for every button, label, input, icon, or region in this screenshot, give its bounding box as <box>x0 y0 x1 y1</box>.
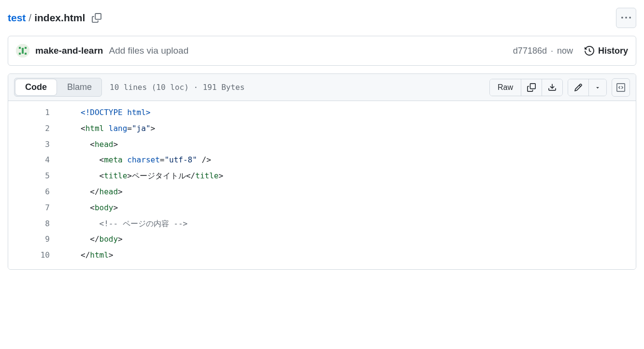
history-icon <box>585 46 594 56</box>
line-number[interactable]: 5 <box>8 168 61 184</box>
file-header-right: Raw <box>489 78 630 97</box>
code-line: 3 <head> <box>8 137 636 153</box>
line-number[interactable]: 6 <box>8 184 61 200</box>
code-line: 5 <title>ページタイトル</title> <box>8 168 636 184</box>
more-options-button[interactable] <box>616 8 636 28</box>
edit-button[interactable] <box>568 79 589 96</box>
pencil-icon <box>574 83 583 92</box>
line-content[interactable]: <title>ページタイトル</title> <box>61 168 223 184</box>
line-number[interactable]: 10 <box>8 247 61 263</box>
commit-author[interactable]: make-and-learn <box>35 45 103 56</box>
raw-button[interactable]: Raw <box>490 79 521 96</box>
svg-rect-2 <box>25 47 27 49</box>
file-header-left: Code Blame 10 lines (10 loc) · 191 Bytes <box>14 78 244 97</box>
svg-rect-3 <box>22 48 24 54</box>
commit-right: d77186d · now History <box>513 46 628 56</box>
line-content[interactable]: <meta charset="utf-8" /> <box>61 152 211 168</box>
line-number[interactable]: 9 <box>8 232 61 247</box>
code-line: 8 <!-- ページの内容 --> <box>8 216 636 232</box>
history-link[interactable]: History <box>585 46 628 56</box>
line-content[interactable]: <body> <box>61 200 118 216</box>
history-label: History <box>598 46 628 56</box>
line-content[interactable]: <html lang="ja"> <box>61 121 155 137</box>
latest-commit-box: make-and-learn Add files via upload d771… <box>8 36 636 66</box>
line-number[interactable]: 3 <box>8 137 61 153</box>
commit-time: now <box>557 46 573 56</box>
download-icon <box>548 83 557 92</box>
line-number[interactable]: 4 <box>8 152 61 168</box>
symbols-icon <box>616 83 625 92</box>
code-line: 10</html> <box>8 247 636 263</box>
line-number[interactable]: 1 <box>8 105 61 121</box>
breadcrumb-dir-link[interactable]: test <box>8 12 26 24</box>
code-area: 1<!DOCTYPE html>2<html lang="ja">3 <head… <box>8 101 636 269</box>
breadcrumb-separator: / <box>29 12 31 24</box>
code-line: 9 </body> <box>8 232 636 247</box>
line-content[interactable]: </body> <box>61 232 123 247</box>
line-content[interactable]: <!DOCTYPE html> <box>61 105 151 121</box>
copy-icon <box>527 83 536 92</box>
code-line: 6 </head> <box>8 184 636 200</box>
download-button[interactable] <box>542 79 562 96</box>
svg-rect-4 <box>19 53 21 55</box>
svg-rect-1 <box>19 47 21 49</box>
breadcrumb: test / index.html <box>8 11 103 25</box>
edit-dropdown-button[interactable] <box>589 79 606 96</box>
edit-button-group <box>568 79 607 96</box>
commit-dot: · <box>551 46 553 56</box>
breadcrumb-file: index.html <box>34 12 85 24</box>
line-content[interactable]: <head> <box>61 137 118 153</box>
line-content[interactable]: </head> <box>61 184 123 200</box>
code-line: 2<html lang="ja"> <box>8 121 636 137</box>
raw-button-group: Raw <box>489 79 563 96</box>
code-line: 7 <body> <box>8 200 636 216</box>
code-line: 4 <meta charset="utf-8" /> <box>8 152 636 168</box>
line-content[interactable]: <!-- ページの内容 --> <box>61 216 187 232</box>
caret-down-icon <box>595 85 601 90</box>
code-blame-tabs: Code Blame <box>14 78 102 97</box>
copy-raw-button[interactable] <box>521 79 542 96</box>
commit-left: make-and-learn Add files via upload <box>16 44 188 58</box>
svg-rect-5 <box>25 53 27 55</box>
line-number[interactable]: 7 <box>8 200 61 216</box>
line-number[interactable]: 2 <box>8 121 61 137</box>
line-number[interactable]: 8 <box>8 216 61 232</box>
file-header: Code Blame 10 lines (10 loc) · 191 Bytes… <box>8 74 636 101</box>
tab-blame[interactable]: Blame <box>57 78 101 96</box>
breadcrumb-row: test / index.html <box>8 8 636 28</box>
commit-hash[interactable]: d77186d <box>513 46 547 56</box>
file-viewer: Code Blame 10 lines (10 loc) · 191 Bytes… <box>8 73 636 270</box>
symbols-button[interactable] <box>612 78 630 97</box>
commit-message[interactable]: Add files via upload <box>109 45 188 56</box>
tab-code[interactable]: Code <box>15 79 57 95</box>
code-line: 1<!DOCTYPE html> <box>8 105 636 121</box>
avatar[interactable] <box>16 44 29 58</box>
copy-path-icon[interactable] <box>90 11 103 25</box>
line-content[interactable]: </html> <box>61 247 113 263</box>
file-info: 10 lines (10 loc) · 191 Bytes <box>110 83 244 92</box>
